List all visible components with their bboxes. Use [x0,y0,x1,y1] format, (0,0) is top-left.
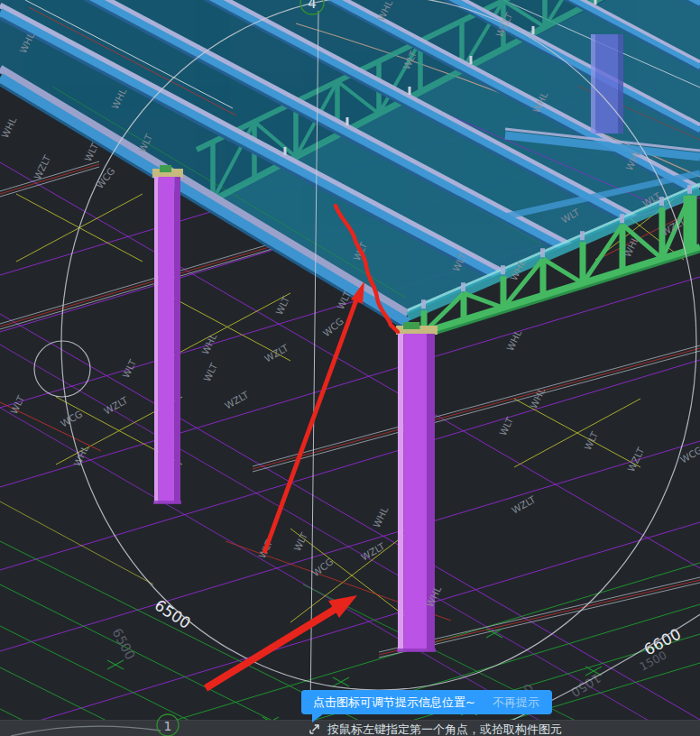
grid-line [0,314,700,720]
hint-tooltip-message: 点击图标可调节提示信息位置~ [313,695,475,711]
red-annotation-layer [206,206,398,688]
member-label: WLT [273,294,291,317]
grid-line [0,360,700,570]
tooltip-tail [312,713,324,722]
member-label: WLT [8,393,26,416]
member-label: WHL [199,332,218,356]
member-label: WZLT [32,153,52,181]
violet-column-shade [618,34,623,133]
steel-column-left-cap-fitting [160,165,171,172]
member-label: WLT [582,429,600,452]
grid-line [0,164,99,194]
member-label: WZLT [102,394,130,417]
steel-column-right-highlight [398,334,404,651]
steel-column-right-base [397,649,436,652]
fascia-clip [687,185,692,194]
purlin-clip [532,26,535,34]
gable-truss-diagonal [464,293,503,308]
purlin-clip [594,0,597,5]
fascia-clip [580,231,585,240]
member-label: WLT [120,357,138,380]
grid-line [0,501,153,584]
steel-column-left-base [153,501,181,504]
grid-line [0,245,275,327]
steel-column-left-highlight [154,177,159,503]
member-label: WHL [0,115,18,140]
violet-column-highlight [591,34,595,133]
member-label: WZLT [625,446,646,474]
member-label: WLT [201,361,219,383]
pick-cursor-icon [309,722,322,735]
member-label: WHL [504,328,523,353]
hint-tooltip[interactable]: 点击图标可调节提示信息位置~ 不再提示 [301,690,552,714]
viewport-3d[interactable]: WHLWHLWLTWHLWLTWZLTWHLWHLWLTWLTWHLWHLWZL… [0,0,700,736]
fascia-clip [540,248,545,257]
violet-column-group [591,34,623,133]
command-prompt-text: 按鼠标左键指定第一个角点，或拾取构件图元 [327,722,562,736]
grid-line [0,161,99,191]
annotation-arrow-shaft [264,295,358,553]
dismiss-hint-button[interactable]: 不再提示 [493,695,539,711]
steel-column-left [159,177,175,503]
dim-6500-dim: 6500 [109,626,137,662]
dim-6500-white: 6500 [152,596,194,632]
member-label: WLT [497,415,515,437]
fascia-clip [461,282,465,291]
gable-truss-diagonal [543,259,583,283]
purlin-clip [284,147,287,155]
member-label: WCG [59,408,84,428]
steel-column-left-shade [175,177,180,503]
cad-viewport-window: WHLWHLWLTWHLWLTWZLTWHLWHLWLTWLTWHLWHLWZL… [0,0,700,736]
member-label: WZLT [223,389,251,411]
command-status-bar: 按鼠标左键指定第一个角点，或拾取构件图元 [0,720,700,736]
grid-line [0,243,275,324]
fascia-clip [501,265,505,274]
member-label: WZLT [262,342,290,364]
purlin-clip [409,87,411,95]
steel-column-right-cap-fitting [403,322,419,329]
fascia-clip [620,214,624,223]
member-label: WCG [94,165,116,190]
fascia-clip [421,299,426,308]
member-label: WHL [371,505,390,529]
purlin-clip [470,56,473,64]
steel-column-left-group [152,165,183,504]
grid-line [0,441,700,651]
violet-column [595,34,618,133]
purlin-clip [346,117,349,125]
grid-line [0,248,275,329]
grid-line [0,277,700,487]
